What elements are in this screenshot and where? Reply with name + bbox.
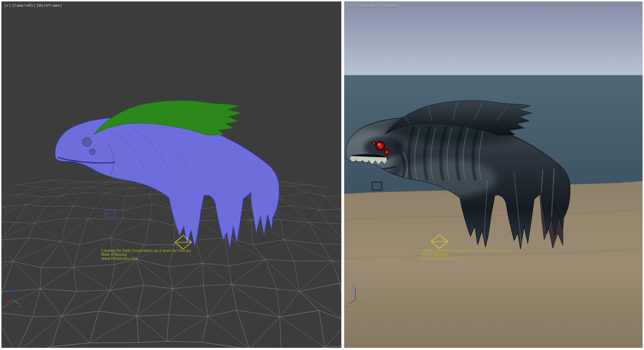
wireframe-scene-canvas: z x y bbox=[1, 1, 341, 348]
world-axis-tripod: z x y bbox=[3, 285, 22, 308]
fish-model-wireframe[interactable] bbox=[55, 101, 279, 249]
axis-x-label: x bbox=[346, 305, 348, 308]
viewport-plus-menu[interactable]: [+] bbox=[347, 3, 354, 8]
axis-y-label: y bbox=[362, 305, 365, 308]
axis-z-label: z bbox=[352, 285, 354, 288]
watermark-line: Mike O'Rourke bbox=[101, 253, 192, 257]
watermark-line: Created for Intel Corporation as a work … bbox=[421, 249, 512, 253]
viewport-label: [+][Camera01][Shaded] bbox=[347, 3, 399, 8]
watermark-line: www.fritzstudio.com bbox=[101, 257, 192, 261]
axis-y-label: y bbox=[20, 305, 22, 308]
fish-eye bbox=[384, 149, 390, 155]
viewport-shaded[interactable]: z x y [+][Camera01][Shaded] Created for … bbox=[344, 1, 643, 348]
watermark: Created for Intel Corporation as a work … bbox=[101, 249, 192, 261]
axis-x-label: x bbox=[3, 305, 5, 308]
watermark-line: Mike O'Rourke bbox=[421, 253, 512, 257]
viewport-camera-menu[interactable]: [Camera01] bbox=[12, 3, 35, 8]
fish-eye bbox=[83, 138, 91, 146]
shaded-scene-canvas: z x y bbox=[344, 1, 643, 348]
axis-z-label: z bbox=[10, 285, 11, 288]
fish-eye bbox=[376, 141, 385, 151]
viewport-shading-menu[interactable]: [Shaded] bbox=[379, 3, 398, 8]
viewport-plus-menu[interactable]: [+] bbox=[4, 3, 11, 8]
sky bbox=[344, 1, 643, 75]
viewport-shading-menu[interactable]: [Wireframe] bbox=[36, 3, 62, 8]
ground-plane[interactable] bbox=[344, 181, 643, 348]
fish-eye bbox=[372, 141, 376, 145]
viewport-wireframe[interactable]: z x y [+][Camera01][Wireframe] Created f… bbox=[1, 1, 341, 348]
viewport-camera-menu[interactable]: [Camera01] bbox=[355, 3, 378, 8]
fish-eye bbox=[89, 149, 95, 155]
viewport-label: [+][Camera01][Wireframe] bbox=[4, 3, 63, 8]
watermark: Created for Intel Corporation as a work … bbox=[421, 249, 512, 261]
watermark-line: Created for Intel Corporation as a work … bbox=[101, 249, 192, 253]
watermark-line: www.fritzstudio.com bbox=[421, 257, 512, 261]
